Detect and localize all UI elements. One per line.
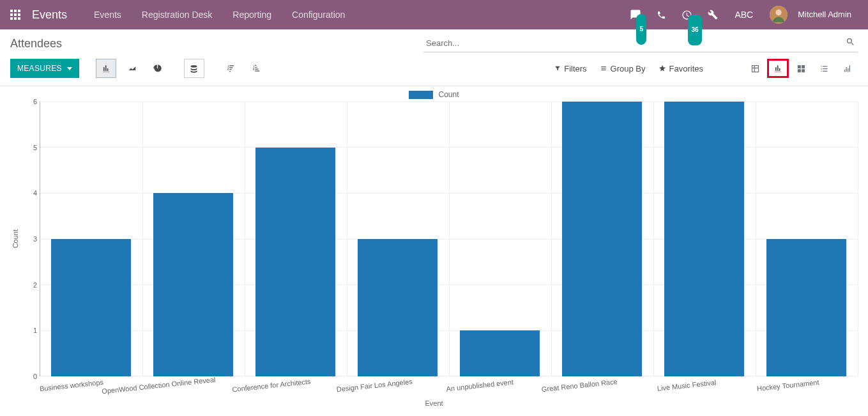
search-icon[interactable] [846, 37, 855, 49]
avatar [770, 6, 788, 24]
filters-button[interactable]: Filters [554, 64, 586, 73]
phone-icon[interactable] [650, 10, 673, 20]
user-name: Mitchell Admin [798, 0, 851, 29]
x-tick: Live Music Festival [657, 378, 717, 392]
bar[interactable] [460, 330, 540, 376]
bar-slot: Conference for Architects [244, 102, 346, 376]
search-input[interactable] [423, 35, 858, 52]
x-tick: Business workshops [39, 378, 103, 392]
x-tick: OpenWood Collection Online Reveal [102, 376, 216, 396]
search-bar[interactable] [423, 35, 858, 52]
legend-label: Count [438, 90, 459, 99]
nav-reporting[interactable]: Reporting [224, 0, 280, 29]
view-pivot[interactable] [744, 59, 766, 78]
app-brand[interactable]: Events [32, 8, 67, 22]
groupby-button[interactable]: Group By [600, 64, 646, 73]
measures-button[interactable]: MEASURES [10, 59, 79, 78]
nav-registration-desk[interactable]: Registration Desk [133, 0, 222, 29]
pie-chart-button[interactable] [148, 59, 167, 78]
x-tick: Conference for Architects [232, 378, 311, 394]
messaging-icon[interactable]: 5 [623, 9, 648, 20]
view-graph[interactable] [767, 59, 789, 78]
chart-container: Count Count Business workshopsOpenWood C… [0, 86, 868, 413]
bar[interactable] [562, 102, 642, 376]
bar-slot: Live Music Festival [653, 102, 756, 376]
x-axis-label: Event [10, 399, 858, 407]
y-tick: 1 [20, 327, 37, 334]
bar-slot: Design Fair Los Angeles [346, 102, 448, 376]
y-tick: 5 [20, 144, 37, 151]
sort-asc-button[interactable] [247, 59, 266, 78]
nav-configuration[interactable]: Configuration [283, 0, 354, 29]
groupby-label: Group By [611, 64, 646, 73]
view-activity[interactable] [836, 59, 858, 78]
x-tick: Design Fair Los Angeles [337, 378, 413, 393]
bar-slot: An unpublished event [449, 102, 551, 376]
bar[interactable] [358, 239, 438, 376]
bar[interactable] [255, 148, 335, 376]
top-navbar: Events Events Registration Desk Reportin… [0, 0, 868, 29]
bar[interactable] [51, 239, 131, 376]
activities-icon[interactable]: 36 [675, 10, 699, 20]
line-chart-button[interactable] [123, 59, 142, 78]
debug-icon[interactable] [701, 10, 724, 20]
bar[interactable] [766, 239, 846, 376]
sort-desc-button[interactable] [221, 59, 240, 78]
bar[interactable] [664, 102, 744, 376]
view-list[interactable] [813, 59, 835, 78]
x-tick: Great Reno Ballon Race [541, 378, 618, 393]
favorites-button[interactable]: Favorites [659, 64, 703, 73]
y-axis-label: Count [10, 229, 20, 248]
view-kanban[interactable] [790, 59, 812, 78]
chart-plot: Business workshopsOpenWood Collection On… [20, 102, 858, 376]
company-switcher[interactable]: ABC [727, 10, 761, 20]
stacked-button[interactable] [184, 59, 204, 78]
svg-point-2 [191, 65, 197, 67]
bar-slot: Business workshops [40, 102, 142, 376]
nav-events[interactable]: Events [85, 0, 130, 29]
chart-legend: Count [10, 90, 858, 99]
breadcrumb: Attendees [10, 37, 62, 50]
user-menu[interactable]: Mitchell Admin [763, 0, 858, 29]
x-tick: An unpublished event [446, 378, 514, 393]
bar[interactable] [153, 193, 233, 376]
bar-slot: OpenWood Collection Online Reveal [142, 102, 244, 376]
filters-label: Filters [564, 64, 586, 73]
y-tick: 4 [20, 189, 37, 197]
y-tick: 6 [20, 98, 37, 105]
control-panel: Attendees MEASURES [0, 29, 868, 86]
x-tick: Hockey Tournament [756, 378, 819, 392]
apps-icon[interactable] [10, 10, 20, 20]
bar-slot: Great Reno Ballon Race [551, 102, 653, 376]
y-tick: 2 [20, 281, 37, 289]
bar-slot: Hockey Tournament [756, 102, 858, 376]
favorites-label: Favorites [669, 64, 703, 73]
y-tick: 0 [20, 373, 37, 380]
svg-point-1 [776, 10, 782, 15]
bar-chart-button[interactable] [96, 59, 116, 78]
y-tick: 3 [20, 235, 37, 243]
legend-swatch [409, 91, 433, 99]
